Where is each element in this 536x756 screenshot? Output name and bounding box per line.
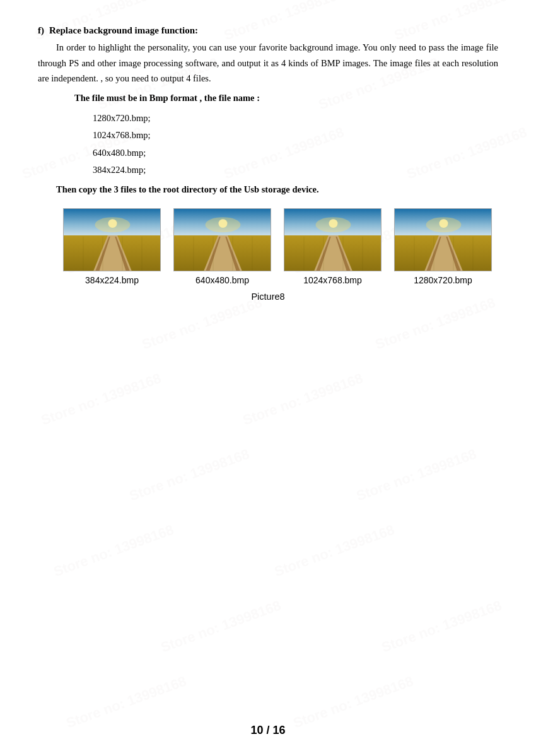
image-item-0: 384x224.bmp	[63, 208, 161, 285]
image-label-0: 384x224.bmp	[85, 275, 139, 285]
section-f-label: f)	[38, 25, 44, 36]
intro-paragraph: In order to highlight the personality, y…	[38, 40, 498, 86]
watermark-12: Store no: 13998168	[39, 370, 163, 428]
landscape-image-0	[63, 208, 161, 271]
images-row: 384x224.bmp640x480.bmp1024x768.bmp1280x7…	[38, 208, 498, 285]
section-f-title: Replace background image function:	[49, 25, 198, 36]
image-item-3: 1280x720.bmp	[394, 208, 492, 285]
watermark-15: Store no: 13998168	[354, 446, 479, 504]
svg-point-2	[108, 220, 117, 228]
image-item-2: 1024x768.bmp	[284, 208, 382, 285]
watermark-11: Store no: 13998168	[373, 294, 498, 353]
image-label-2: 1024x768.bmp	[303, 275, 362, 285]
section-f-heading: f) Replace background image function:	[38, 25, 498, 36]
landscape-image-1	[173, 208, 271, 271]
watermark-16: Store no: 13998168	[52, 521, 176, 580]
landscape-image-3	[394, 208, 492, 271]
landscape-image-2	[284, 208, 382, 271]
watermark-10: Store no: 13998168	[140, 294, 264, 353]
file-list-item: 384x224.bmp;	[93, 162, 498, 179]
file-format-text: The file must be in Bmp format , the fil…	[74, 93, 260, 103]
copy-instruction: Then copy the 3 files to the root direct…	[38, 182, 498, 198]
svg-point-41	[440, 220, 448, 228]
watermark-13: Store no: 13998168	[241, 370, 365, 428]
watermark-20: Store no: 13998168	[64, 673, 189, 731]
file-list: 1280x720.bmp;1024x768.bmp;640x480.bmp;38…	[38, 110, 498, 179]
file-list-item: 640x480.bmp;	[93, 145, 498, 162]
file-list-item: 1280x720.bmp;	[93, 110, 498, 127]
watermark-19: Store no: 13998168	[380, 597, 504, 656]
svg-point-28	[329, 220, 338, 228]
image-item-1: 640x480.bmp	[173, 208, 271, 285]
page: Store no: 13998168Store no: 13998168Stor…	[0, 0, 536, 756]
watermark-14: Store no: 13998168	[127, 446, 252, 504]
watermark-17: Store no: 13998168	[272, 521, 397, 580]
watermark-21: Store no: 13998168	[291, 673, 416, 731]
page-footer: 10 / 16	[0, 724, 536, 737]
image-label-1: 640x480.bmp	[195, 275, 249, 285]
page-number: 10 / 16	[250, 724, 285, 736]
image-label-3: 1280x720.bmp	[414, 275, 472, 285]
file-list-item: 1024x768.bmp;	[93, 127, 498, 145]
main-content: f) Replace background image function: In…	[38, 25, 498, 302]
svg-point-15	[219, 220, 228, 228]
picture-caption: Picture8	[38, 292, 498, 302]
watermark-18: Store no: 13998168	[159, 597, 283, 656]
file-format-line: The file must be in Bmp format , the fil…	[38, 90, 498, 106]
